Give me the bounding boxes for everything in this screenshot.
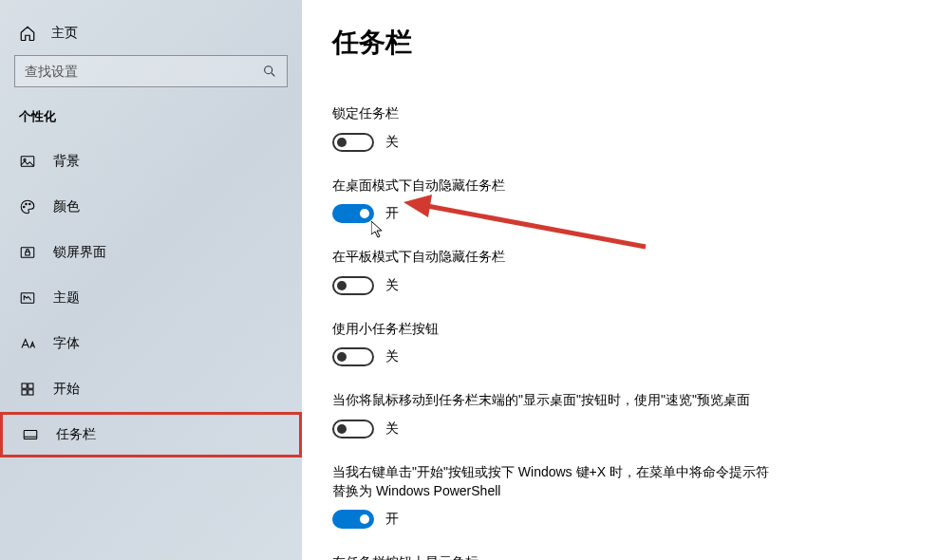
toggle-state: 关 [385, 348, 399, 365]
toggle-row: 关 [332, 133, 900, 152]
sidebar-section-label: 个性化 [0, 99, 302, 133]
setting-label: 使用小任务栏按钮 [332, 320, 779, 339]
toggle-row: 开 [332, 204, 900, 223]
setting-autohide-tablet: 在平板模式下自动隐藏任务栏 关 [332, 248, 900, 295]
svg-rect-10 [22, 383, 27, 388]
lockscreen-icon [19, 244, 36, 261]
sidebar-item-label: 字体 [53, 335, 80, 352]
svg-point-5 [26, 203, 28, 205]
search-input[interactable] [25, 64, 262, 79]
setting-label: 在桌面模式下自动隐藏任务栏 [332, 177, 779, 196]
sidebar-item-lockscreen[interactable]: 锁屏界面 [0, 230, 302, 275]
svg-point-0 [265, 66, 272, 74]
toggle-small-buttons[interactable] [332, 347, 374, 366]
sidebar: 主页 个性化 背景 颜色 锁屏界面 主题 字体 开始 [0, 0, 302, 560]
svg-rect-12 [22, 390, 27, 395]
setting-label: 在平板模式下自动隐藏任务栏 [332, 248, 779, 267]
setting-lock-taskbar: 锁定任务栏 关 [332, 104, 900, 152]
page-title: 任务栏 [332, 25, 900, 61]
fonts-icon [19, 335, 36, 352]
toggle-autohide-desktop[interactable] [332, 204, 374, 223]
sidebar-item-label: 颜色 [53, 198, 80, 215]
sidebar-item-label: 主题 [53, 289, 80, 307]
nav-list: 背景 颜色 锁屏界面 主题 字体 开始 任务栏 [0, 139, 302, 457]
toggle-state: 关 [385, 134, 399, 151]
search-wrap [14, 55, 288, 87]
sidebar-item-colors[interactable]: 颜色 [0, 184, 302, 230]
svg-rect-9 [21, 293, 34, 304]
sidebar-item-label: 任务栏 [56, 426, 96, 443]
search-icon [262, 64, 277, 79]
setting-label: 当我右键单击"开始"按钮或按下 Windows 键+X 时，在菜单中将命令提示符… [332, 463, 779, 500]
toggle-row: 关 [332, 347, 900, 366]
toggle-row: 关 [332, 276, 900, 295]
svg-rect-14 [24, 431, 37, 439]
toggle-row: 关 [332, 420, 900, 439]
toggle-row: 开 [332, 510, 900, 529]
svg-line-1 [272, 73, 274, 76]
setting-label: 在任务栏按钮上显示角标 [332, 553, 779, 560]
toggle-state: 开 [385, 205, 399, 222]
svg-point-4 [24, 206, 26, 208]
content: 任务栏 锁定任务栏 关 在桌面模式下自动隐藏任务栏 开 在平板模式下自动隐藏任务… [302, 0, 938, 560]
picture-icon [19, 153, 36, 170]
toggle-state: 关 [385, 420, 399, 438]
themes-icon [19, 289, 36, 307]
sidebar-home[interactable]: 主页 [0, 17, 302, 55]
sidebar-item-start[interactable]: 开始 [0, 366, 302, 412]
setting-autohide-desktop: 在桌面模式下自动隐藏任务栏 开 [332, 177, 900, 224]
sidebar-item-fonts[interactable]: 字体 [0, 321, 302, 366]
sidebar-item-themes[interactable]: 主题 [0, 275, 302, 321]
svg-point-6 [29, 203, 31, 205]
start-icon [19, 381, 36, 398]
taskbar-icon [22, 426, 39, 443]
sidebar-item-label: 开始 [53, 381, 80, 398]
toggle-peek-desktop[interactable] [332, 420, 374, 439]
setting-show-badges: 在任务栏按钮上显示角标 开 [332, 553, 900, 560]
setting-peek-desktop: 当你将鼠标移动到任务栏末端的"显示桌面"按钮时，使用"速览"预览桌面 关 [332, 391, 900, 439]
svg-rect-8 [26, 252, 30, 255]
palette-icon [19, 198, 36, 215]
toggle-lock-taskbar[interactable] [332, 133, 374, 152]
toggle-autohide-tablet[interactable] [332, 276, 374, 295]
sidebar-item-label: 锁屏界面 [53, 244, 106, 261]
setting-label: 当你将鼠标移动到任务栏末端的"显示桌面"按钮时，使用"速览"预览桌面 [332, 391, 779, 410]
sidebar-home-label: 主页 [51, 25, 78, 42]
setting-small-buttons: 使用小任务栏按钮 关 [332, 320, 900, 367]
sidebar-item-taskbar[interactable]: 任务栏 [0, 412, 302, 457]
toggle-state: 开 [385, 511, 399, 528]
home-icon [19, 25, 36, 42]
toggle-state: 关 [385, 277, 399, 294]
setting-powershell-replace: 当我右键单击"开始"按钮或按下 Windows 键+X 时，在菜单中将命令提示符… [332, 463, 900, 529]
svg-rect-13 [28, 390, 33, 395]
setting-label: 锁定任务栏 [332, 104, 779, 123]
sidebar-item-label: 背景 [53, 153, 80, 170]
svg-rect-11 [28, 383, 33, 388]
sidebar-item-background[interactable]: 背景 [0, 139, 302, 184]
toggle-powershell-replace[interactable] [332, 510, 374, 529]
search-box[interactable] [14, 55, 288, 87]
